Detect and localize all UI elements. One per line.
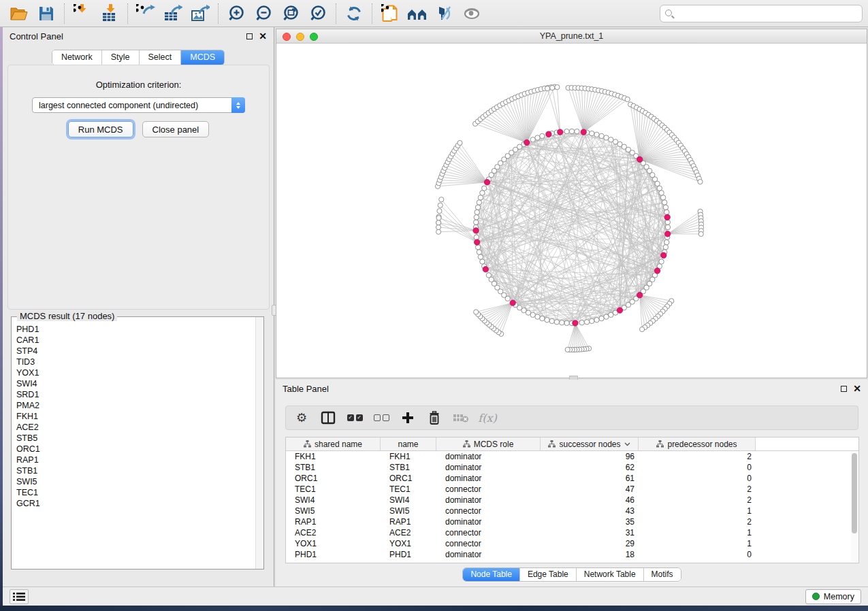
network-window-titlebar[interactable]: YPA_prune.txt_1 [276,29,867,44]
show-all-button[interactable] [458,2,485,25]
table-scrollbar-thumb[interactable] [852,453,857,533]
float-table-panel-icon[interactable] [841,386,847,392]
refresh-layout-button[interactable] [340,2,368,25]
window-minimize-icon[interactable] [296,33,304,41]
table-row[interactable]: TEC1TEC1connector472 [286,484,858,495]
mcds-result-item[interactable]: SRD1 [16,389,251,400]
mcds-result-scrollbar[interactable] [255,317,263,569]
network-canvas[interactable] [276,44,867,378]
add-column-button[interactable] [399,409,417,427]
hide-selected-button[interactable] [431,2,458,25]
select-all-button[interactable]: ✓✓ [346,409,364,427]
column-header-shared-name[interactable]: shared name [286,437,381,450]
tab-motifs[interactable]: Motifs [644,568,681,581]
settings-gear-button[interactable]: ⚙ [293,409,310,427]
delete-column-button[interactable] [425,409,443,427]
criterion-dropdown[interactable]: largest connected component (undirected) [32,97,245,113]
table-row[interactable]: ORC1ORC1dominator610 [286,473,858,484]
zoom-fit-button[interactable] [277,2,304,25]
mcds-result-item[interactable]: STB1 [16,465,251,476]
app-main: Control Panel ✕ NetworkStyleSelectMCDS O… [3,27,868,587]
column-header-predecessor-nodes[interactable]: predecessor nodes [639,437,756,450]
network-graph[interactable] [276,44,867,378]
float-panel-icon[interactable] [246,33,253,39]
table-row[interactable]: FKH1FKH1dominator962 [286,451,858,462]
table-cell: 1 [639,506,756,516]
table-cell: 31 [541,527,639,538]
column-header-successor-nodes[interactable]: successor nodes [541,437,639,450]
mcds-result-item[interactable]: TEC1 [16,487,251,498]
zoom-in-button[interactable] [223,2,250,25]
network-from-file-button[interactable] [376,2,404,25]
mcds-result-item[interactable]: PMA2 [16,400,251,411]
zoom-out-button[interactable] [250,2,277,25]
memory-label: Memory [824,592,854,601]
mcds-result-item[interactable]: FKH1 [16,411,251,422]
open-file-button[interactable] [5,2,33,25]
table-row[interactable]: SWI5SWI5connector431 [286,506,858,516]
table-row[interactable]: SWI4SWI4dominator462 [286,495,858,506]
window-close-icon[interactable] [283,33,291,41]
mcds-result-item[interactable]: SWI4 [16,378,251,389]
close-table-panel-icon[interactable]: ✕ [853,385,861,392]
mcds-result-item[interactable]: ORC1 [16,444,251,455]
mcds-result-list[interactable]: PHD1CAR1STP4TID3YOX1SWI4SRD1PMA2FKH1ACE2… [12,318,255,569]
export-network-button[interactable] [132,2,159,25]
tab-mcds[interactable]: MCDS [181,50,224,65]
import-network-button[interactable] [69,2,96,25]
mcds-result-item[interactable]: SWI5 [16,476,251,487]
mcds-result-box: MCDS result (17 nodes) PHD1CAR1STP4TID3Y… [11,316,264,569]
window-maximize-icon[interactable] [310,33,318,41]
deselect-all-button[interactable] [372,409,390,427]
export-table-button[interactable] [159,2,187,25]
memory-status-icon [812,593,820,600]
first-neighbors-button[interactable] [404,2,431,25]
mcds-result-item[interactable]: STP4 [16,346,251,357]
table-cell: connector [436,527,541,538]
table-row[interactable]: YOX1YOX1connector291 [286,538,858,549]
close-panel-icon[interactable]: ✕ [259,33,267,39]
network-window-title: YPA_prune.txt_1 [276,29,867,44]
mcds-result-item[interactable]: GCR1 [16,498,251,509]
tab-style[interactable]: Style [102,50,140,65]
table-cell: connector [436,538,541,549]
mcds-result-item[interactable]: TID3 [16,357,251,367]
tab-edge-table[interactable]: Edge Table [520,568,577,581]
shared-column-icon [304,440,311,448]
table-cell: SWI5 [286,506,381,516]
memory-button[interactable]: Memory [805,589,861,604]
optimization-criterion-label: Optimization criterion: [8,80,269,90]
table-row[interactable]: ACE2ACE2connector311 [286,527,858,538]
mcds-result-item[interactable]: CAR1 [16,335,251,346]
close-panel-button[interactable]: Close panel [142,121,210,137]
task-history-button[interactable] [10,589,29,604]
table-row[interactable]: RAP1RAP1dominator352 [286,516,858,527]
toolbar-separator [218,3,219,24]
mcds-result-item[interactable]: STB5 [16,433,251,444]
zoom-selected-button[interactable] [304,2,332,25]
search-input[interactable] [660,5,863,22]
tab-select[interactable]: Select [140,50,182,65]
save-session-button[interactable] [33,2,60,25]
export-image-button[interactable] [187,2,214,25]
column-header-name[interactable]: name [381,437,436,450]
open-file-icon [10,5,29,22]
mcds-result-item[interactable]: RAP1 [16,455,251,465]
run-mcds-button[interactable]: Run MCDS [68,121,133,137]
tab-node-table[interactable]: Node Table [463,568,520,581]
table-cell: 61 [541,473,639,484]
tab-network[interactable]: Network [52,50,102,65]
mcds-result-item[interactable]: ACE2 [16,422,251,433]
settings-gear-icon: ⚙ [296,412,307,424]
table-scrollbar[interactable] [851,452,858,562]
mcds-result-item[interactable]: YOX1 [16,367,251,378]
import-table-button[interactable] [96,2,123,25]
table-cell: ORC1 [381,473,436,484]
tab-network-table[interactable]: Network Table [577,568,644,581]
table-panel-tabs: Node TableEdge TableNetwork TableMotifs [462,567,681,582]
mcds-result-item[interactable]: PHD1 [16,324,251,335]
column-header-mcds-role[interactable]: MCDS role [436,437,541,450]
column-layout-button[interactable] [319,409,337,427]
table-row[interactable]: PHD1PHD1dominator180 [286,549,858,560]
table-row[interactable]: STB1STB1dominator620 [286,462,858,473]
